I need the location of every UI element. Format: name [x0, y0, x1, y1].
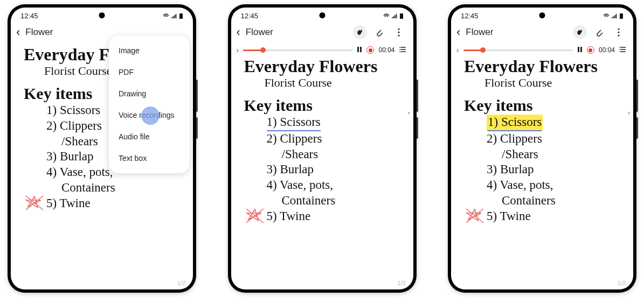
blue-tick-icon: ': [628, 109, 630, 123]
menu-item-textbox[interactable]: Text box: [109, 147, 190, 169]
battery-icon: [619, 13, 624, 19]
note-section: Key items: [464, 96, 622, 115]
svg-rect-14: [578, 47, 579, 52]
list-item: 3) Burlap: [487, 162, 622, 178]
playback-track[interactable]: [463, 49, 573, 51]
recorder-time: 00:04: [378, 46, 394, 54]
playback-track[interactable]: [243, 49, 352, 51]
more-button[interactable]: [612, 25, 626, 39]
svg-point-7: [399, 47, 400, 48]
menu-item-drawing[interactable]: Drawing: [109, 83, 190, 104]
clock: 12:45: [241, 12, 259, 20]
note-subtitle: Florist Course: [265, 76, 403, 90]
svg-rect-15: [580, 47, 582, 52]
note-subtitle: Florist Course: [484, 76, 622, 90]
more-button[interactable]: [392, 25, 406, 39]
record-button[interactable]: [366, 46, 374, 54]
svg-point-8: [399, 49, 400, 50]
expand-recorder[interactable]: ›: [237, 46, 239, 54]
handwriting-button[interactable]: [573, 25, 587, 39]
note-canvas[interactable]: Everyday Flowers Florist Course Key item…: [231, 58, 413, 224]
paperclip-icon: [595, 28, 604, 37]
page-title[interactable]: Flower: [466, 27, 567, 38]
page-indicator: 1/2: [618, 280, 626, 286]
menu-item-voice[interactable]: Voice recordings: [109, 104, 190, 126]
expand-recorder[interactable]: ›: [456, 46, 459, 54]
record-button[interactable]: [587, 46, 594, 54]
attach-button[interactable]: [372, 25, 386, 39]
battery-icon: [179, 13, 183, 19]
list-item: 4) Vase, pots,: [267, 178, 403, 193]
side-button[interactable]: [196, 80, 198, 112]
list-item: 5) Twine: [267, 209, 403, 224]
page-indicator: 1/2: [397, 280, 405, 286]
screen: 12:45 ‹ Flower › 00:04: [231, 8, 413, 289]
side-button[interactable]: [636, 80, 638, 112]
app-bar: ‹ Flower: [451, 21, 633, 44]
status-icons: [383, 13, 404, 19]
menu-item-pdf[interactable]: PDF: [109, 61, 190, 83]
paperclip-icon: [375, 28, 384, 37]
svg-point-17: [619, 49, 620, 50]
back-button[interactable]: ‹: [16, 25, 20, 39]
status-icons: [163, 13, 183, 19]
front-camera: [319, 12, 325, 18]
attach-menu: Image PDF Drawing Voice recordings Audio…: [109, 36, 190, 173]
svg-rect-5: [357, 47, 359, 52]
recorder-list-button[interactable]: [619, 46, 627, 54]
svg-point-18: [619, 51, 620, 52]
note-canvas[interactable]: Everyday Flowers Florist Course Key item…: [451, 58, 633, 224]
star-scribble-icon: [245, 208, 265, 224]
side-button[interactable]: [636, 117, 638, 139]
screen: 12:45 ‹ Flower › 00:04: [451, 8, 633, 289]
front-camera: [539, 12, 545, 18]
list-item: /Shears: [282, 147, 403, 162]
back-button[interactable]: ‹: [456, 25, 460, 39]
menu-item-image[interactable]: Image: [109, 40, 190, 61]
clock: 12:45: [20, 12, 38, 20]
list-item: Containers: [61, 180, 182, 196]
recorder-list-button[interactable]: [399, 46, 407, 54]
attach-button[interactable]: [592, 25, 606, 39]
pause-button[interactable]: [357, 46, 362, 54]
back-button[interactable]: ‹: [237, 25, 240, 39]
note-section: Key items: [244, 96, 403, 115]
wifi-icon: [603, 13, 610, 19]
menu-item-audio[interactable]: Audio file: [109, 126, 190, 147]
list-item: Containers: [502, 193, 622, 209]
hand-icon: [576, 28, 584, 37]
list-item: Containers: [282, 193, 403, 209]
side-button[interactable]: [417, 117, 418, 139]
list-item: 1) Scissors ': [487, 115, 622, 131]
clock: 12:45: [461, 12, 479, 20]
recording-bar: › 00:04: [451, 44, 633, 55]
playback-thumb[interactable]: [260, 47, 266, 53]
svg-point-2: [398, 28, 399, 30]
side-button[interactable]: [417, 80, 418, 112]
list-item: 5) Twine: [487, 209, 622, 224]
list-item: 1) Scissors ': [267, 115, 403, 131]
status-icons: [603, 13, 624, 19]
note-title: Everyday Flowers: [244, 58, 403, 75]
list-item: 2) Clippers: [267, 131, 403, 147]
pause-button[interactable]: [577, 46, 583, 54]
svg-rect-6: [360, 47, 362, 52]
list-item: /Shears: [502, 147, 622, 162]
front-camera: [99, 12, 105, 18]
svg-point-12: [618, 31, 619, 33]
recording-bar: › 00:04: [231, 44, 413, 55]
svg-point-16: [619, 47, 620, 48]
kebab-icon: [398, 28, 400, 37]
blue-tick-icon: ': [408, 109, 410, 123]
list-item: 5) Twine: [46, 196, 182, 211]
signal-icon: [391, 13, 398, 19]
page-title[interactable]: Flower: [246, 27, 348, 38]
playback-thumb[interactable]: [480, 47, 486, 53]
handwriting-button[interactable]: [353, 25, 367, 39]
phone-frame-2: 12:45 ‹ Flower › 00:04: [228, 4, 417, 293]
screen: 12:45 ‹ Flower Everyday Fl Florist Cours…: [11, 8, 193, 289]
page-indicator: 1/2: [177, 280, 185, 286]
side-button[interactable]: [196, 117, 198, 139]
list-item: 4) Vase, pots,: [487, 178, 622, 193]
phone-frame-3: 12:45 ‹ Flower › 00:04: [448, 4, 636, 293]
